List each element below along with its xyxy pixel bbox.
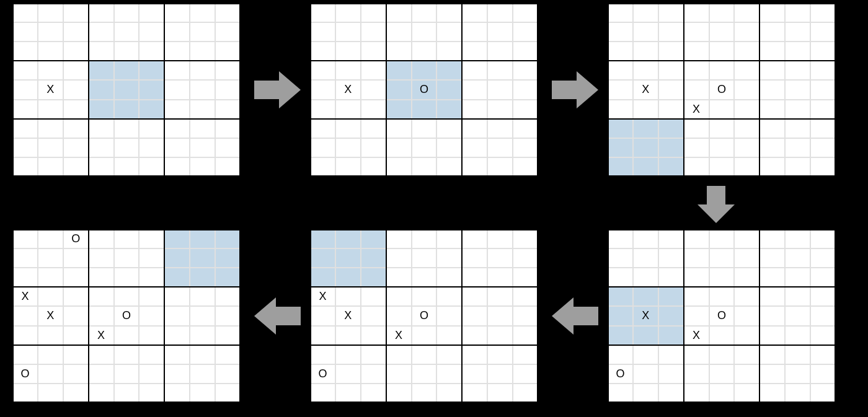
empty-cell[interactable] [513, 80, 538, 99]
empty-cell[interactable] [462, 42, 487, 61]
empty-cell[interactable] [63, 326, 89, 345]
empty-cell[interactable] [658, 22, 684, 42]
empty-cell[interactable] [684, 345, 709, 364]
empty-cell[interactable] [139, 268, 164, 287]
empty-cell[interactable] [658, 268, 684, 287]
empty-cell[interactable] [487, 364, 513, 384]
empty-cell[interactable] [386, 248, 412, 268]
empty-cell[interactable] [139, 138, 164, 157]
empty-cell[interactable] [164, 287, 190, 306]
empty-cell[interactable] [12, 326, 38, 345]
empty-cell[interactable] [709, 248, 735, 268]
empty-cell[interactable] [487, 3, 513, 22]
empty-cell[interactable] [63, 248, 89, 268]
empty-cell[interactable] [709, 268, 735, 287]
empty-cell[interactable] [386, 119, 412, 138]
empty-cell[interactable] [487, 345, 513, 364]
empty-cell[interactable] [12, 22, 38, 42]
empty-cell[interactable] [684, 138, 709, 157]
empty-cell[interactable] [760, 138, 785, 157]
empty-cell[interactable] [513, 138, 538, 157]
empty-cell[interactable] [709, 384, 735, 403]
empty-cell[interactable] [164, 326, 190, 345]
empty-cell[interactable] [12, 42, 38, 61]
empty-cell[interactable] [190, 384, 215, 403]
empty-cell[interactable] [89, 306, 114, 325]
empty-cell[interactable] [215, 306, 241, 325]
empty-cell[interactable] [734, 42, 760, 61]
empty-cell[interactable] [810, 306, 836, 325]
empty-cell[interactable] [38, 229, 63, 248]
empty-cell[interactable] [608, 138, 633, 157]
empty-cell[interactable] [412, 157, 437, 177]
empty-cell[interactable] [760, 364, 785, 384]
empty-cell[interactable] [412, 287, 437, 306]
empty-cell[interactable] [608, 61, 633, 80]
empty-cell[interactable] [684, 287, 709, 306]
empty-cell[interactable] [361, 326, 386, 345]
empty-cell[interactable] [139, 306, 164, 325]
empty-cell[interactable] [63, 3, 89, 22]
empty-cell[interactable] [785, 22, 810, 42]
empty-cell[interactable] [709, 119, 735, 138]
empty-cell[interactable] [310, 229, 335, 248]
empty-cell[interactable] [658, 229, 684, 248]
empty-cell[interactable] [436, 287, 462, 306]
empty-cell[interactable] [412, 119, 437, 138]
empty-cell[interactable] [436, 364, 462, 384]
empty-cell[interactable] [12, 384, 38, 403]
empty-cell[interactable] [785, 268, 810, 287]
empty-cell[interactable] [361, 364, 386, 384]
empty-cell[interactable] [608, 306, 633, 325]
empty-cell[interactable] [361, 100, 386, 119]
empty-cell[interactable] [633, 157, 658, 177]
empty-cell[interactable] [760, 157, 785, 177]
empty-cell[interactable] [810, 287, 836, 306]
empty-cell[interactable] [190, 22, 215, 42]
empty-cell[interactable] [633, 248, 658, 268]
empty-cell[interactable] [709, 42, 735, 61]
empty-cell[interactable] [63, 138, 89, 157]
empty-cell[interactable] [114, 248, 140, 268]
empty-cell[interactable] [658, 364, 684, 384]
empty-cell[interactable] [436, 61, 462, 80]
empty-cell[interactable] [89, 384, 114, 403]
empty-cell[interactable] [684, 42, 709, 61]
empty-cell[interactable] [386, 100, 412, 119]
empty-cell[interactable] [785, 61, 810, 80]
empty-cell[interactable] [436, 138, 462, 157]
empty-cell[interactable] [734, 61, 760, 80]
empty-cell[interactable] [513, 119, 538, 138]
empty-cell[interactable] [335, 42, 361, 61]
empty-cell[interactable] [487, 61, 513, 80]
empty-cell[interactable] [38, 268, 63, 287]
empty-cell[interactable] [760, 326, 785, 345]
empty-cell[interactable] [633, 384, 658, 403]
empty-cell[interactable] [734, 248, 760, 268]
empty-cell[interactable] [412, 248, 437, 268]
empty-cell[interactable] [361, 80, 386, 99]
empty-cell[interactable] [487, 22, 513, 42]
empty-cell[interactable] [310, 138, 335, 157]
empty-cell[interactable] [462, 248, 487, 268]
empty-cell[interactable] [760, 3, 785, 22]
empty-cell[interactable] [310, 80, 335, 99]
empty-cell[interactable] [785, 119, 810, 138]
empty-cell[interactable] [335, 268, 361, 287]
empty-cell[interactable] [633, 119, 658, 138]
empty-cell[interactable] [487, 229, 513, 248]
empty-cell[interactable] [436, 42, 462, 61]
empty-cell[interactable] [608, 268, 633, 287]
empty-cell[interactable] [436, 100, 462, 119]
empty-cell[interactable] [215, 345, 241, 364]
empty-cell[interactable] [139, 22, 164, 42]
empty-cell[interactable] [709, 157, 735, 177]
empty-cell[interactable] [709, 100, 735, 119]
empty-cell[interactable] [462, 138, 487, 157]
empty-cell[interactable] [734, 326, 760, 345]
empty-cell[interactable] [760, 229, 785, 248]
empty-cell[interactable] [734, 345, 760, 364]
empty-cell[interactable] [89, 229, 114, 248]
empty-cell[interactable] [462, 229, 487, 248]
empty-cell[interactable] [361, 157, 386, 177]
